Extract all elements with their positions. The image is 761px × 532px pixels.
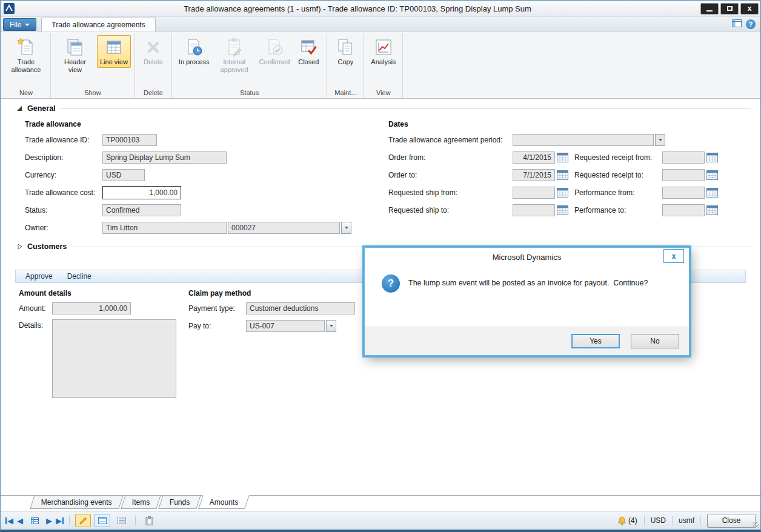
trade-allowance-cost-field[interactable]: 1,000.00 <box>102 186 181 199</box>
maximize-button[interactable] <box>720 3 739 15</box>
in-process-icon <box>184 38 204 57</box>
status-field: Confirmed <box>102 204 181 216</box>
approve-link[interactable]: Approve <box>25 272 53 281</box>
performance-from-calendar-icon[interactable] <box>706 188 718 198</box>
ribbon-group-label-delete: Delete <box>138 88 168 98</box>
yes-button[interactable]: Yes <box>571 334 620 348</box>
closed-button[interactable]: Closed <box>294 35 323 68</box>
new-trade-allowance-icon <box>16 38 36 57</box>
help-icon[interactable]: ? <box>746 19 756 29</box>
dialog-footer: Yes No <box>365 327 689 355</box>
tab-merchandising-events[interactable]: Merchandising events <box>30 495 123 509</box>
attachments-button[interactable] <box>141 514 157 527</box>
requested-receipt-to-calendar-icon[interactable] <box>706 170 718 180</box>
performance-to-field <box>662 204 705 216</box>
order-from-calendar-icon[interactable] <box>557 153 568 162</box>
edit-record-button[interactable] <box>75 514 91 527</box>
details-view-button[interactable] <box>114 514 130 527</box>
dialog-message: The lump sum event will be posted as an … <box>408 279 648 287</box>
clipboard-icon <box>145 516 153 525</box>
tab-trade-allowance-agreements[interactable]: Trade allowance agreements <box>41 18 155 32</box>
dialog-body: ? The lump sum event will be posted as a… <box>365 266 689 327</box>
close-button[interactable]: Close <box>707 514 756 528</box>
chevron-down-icon <box>330 325 333 327</box>
analysis-button[interactable]: Analysis <box>368 35 399 68</box>
last-record-button[interactable]: ▶ <box>56 516 64 525</box>
ribbon-group-label-maintain: Maint... <box>330 88 361 98</box>
closed-icon <box>299 38 318 57</box>
tab-amounts[interactable]: Amounts <box>199 495 250 509</box>
ribbon-group-show: Header view Line view Show <box>51 33 135 98</box>
details-view-icon <box>118 517 126 524</box>
copy-button[interactable]: Copy <box>331 35 360 68</box>
record-list-button[interactable] <box>27 514 42 527</box>
no-button[interactable]: No <box>631 334 679 348</box>
close-icon: x <box>748 5 752 12</box>
copy-icon <box>336 38 355 57</box>
trade-allowance-button[interactable]: Trade allowance <box>5 35 47 76</box>
file-menu-label: File <box>10 21 21 29</box>
requested-receipt-from-calendar-icon[interactable] <box>706 153 718 162</box>
general-section-header[interactable]: General <box>16 104 751 113</box>
separator <box>135 516 136 525</box>
field-label: Details: <box>19 319 52 330</box>
separator <box>672 516 673 525</box>
dialog-title: Microsoft Dynamics <box>493 253 561 262</box>
performance-from-field <box>662 187 705 199</box>
dates-group-title: Dates <box>388 120 408 128</box>
question-icon: ? <box>382 274 400 293</box>
previous-record-button[interactable]: ◀ <box>17 516 23 525</box>
title-bar: Trade allowance agreements (1 - usmf) - … <box>1 1 760 17</box>
layout-icon[interactable] <box>732 19 742 29</box>
field-label: Performance from: <box>574 188 662 197</box>
performance-to-calendar-icon[interactable] <box>706 205 718 215</box>
field-label: Order from: <box>388 153 513 162</box>
requested-ship-from-calendar-icon[interactable] <box>557 188 568 198</box>
record-list-icon <box>31 517 39 524</box>
minimize-button[interactable] <box>700 3 719 15</box>
dialog-close-button[interactable]: x <box>663 249 684 263</box>
order-to-calendar-icon[interactable] <box>557 170 568 180</box>
owner-dropdown-button[interactable] <box>341 222 351 234</box>
next-record-button[interactable]: ▶ <box>46 516 52 525</box>
pencil-icon <box>79 516 87 525</box>
status-bar: ◀ ◀ ▶ ▶ (4) USD usmf <box>1 511 760 530</box>
first-record-button[interactable]: ◀ <box>5 516 13 525</box>
expanded-triangle-icon <box>16 105 22 111</box>
dialog-title-bar: Microsoft Dynamics x <box>365 248 689 266</box>
in-process-button[interactable]: In process <box>176 35 213 68</box>
currency-field: USD <box>102 169 145 181</box>
decline-link[interactable]: Decline <box>67 272 91 281</box>
tab-items[interactable]: Items <box>121 495 161 509</box>
line-view-button[interactable]: Line view <box>97 35 131 68</box>
owner-code-field: 000027 <box>228 222 340 234</box>
pay-to-dropdown-button[interactable] <box>326 320 336 332</box>
field-label: Status: <box>25 206 102 214</box>
collapsed-triangle-icon <box>16 244 22 250</box>
window-title: Trade allowance agreements (1 - usmf) - … <box>15 4 700 13</box>
requested-ship-from-field <box>513 187 555 199</box>
field-label: Pay to: <box>188 322 246 330</box>
order-from-field: 4/1/2015 <box>513 151 555 164</box>
field-label: Order to: <box>388 171 513 179</box>
grid-view-button[interactable] <box>95 514 110 527</box>
claim-pay-method-fields: Payment type: Customer deductions Pay to… <box>188 302 355 337</box>
requested-ship-to-field <box>513 204 555 216</box>
menu-bar: File Trade allowance agreements ? <box>1 17 760 32</box>
dates-fields: Trade allowance agreement period: Order … <box>388 133 718 221</box>
separator <box>644 516 645 525</box>
tab-funds[interactable]: Funds <box>158 495 201 509</box>
resize-grip[interactable] <box>753 522 759 528</box>
requested-ship-to-calendar-icon[interactable] <box>557 205 568 215</box>
header-view-button[interactable]: Header view <box>55 35 96 76</box>
field-label: Trade allowance agreement period: <box>388 136 513 144</box>
notification-count: (4) <box>628 516 637 525</box>
grid-view-icon <box>98 517 107 524</box>
notifications-button[interactable]: (4) <box>617 514 638 527</box>
maximize-icon <box>727 6 733 11</box>
file-menu-button[interactable]: File <box>3 18 36 31</box>
close-window-button[interactable]: x <box>740 3 759 15</box>
pay-to-field: US-007 <box>246 320 325 332</box>
field-label: Description: <box>25 153 102 162</box>
separator <box>69 516 70 525</box>
